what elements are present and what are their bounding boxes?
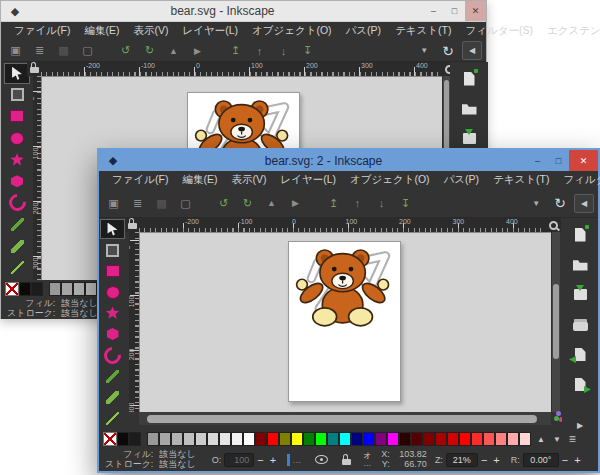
save-document[interactable] [456, 128, 482, 149]
snap-rotate-icon[interactable]: ↻ [436, 43, 460, 59]
opacity-decrease-button[interactable]: − [254, 454, 266, 466]
palette-swatch[interactable] [471, 432, 483, 446]
style-indicator[interactable] [287, 454, 290, 466]
box-3d[interactable] [5, 172, 29, 191]
palette-swatch[interactable] [255, 432, 267, 446]
node-editor[interactable] [101, 241, 124, 259]
zoom-out-button[interactable]: − [478, 454, 490, 466]
no-color-swatch[interactable] [5, 282, 19, 296]
palette-swatch[interactable] [411, 432, 423, 446]
horizontal-ruler[interactable]: -200-1000100200300400 [139, 218, 549, 232]
flip-horizontal[interactable] [165, 42, 182, 59]
menu-item[interactable]: 表示(V) [126, 24, 175, 38]
rectangle[interactable] [5, 107, 29, 126]
palette-swatch[interactable] [219, 432, 231, 446]
palette-swatch[interactable] [243, 432, 255, 446]
palette-swatch[interactable] [267, 432, 279, 446]
scroll-thumb[interactable] [444, 80, 449, 150]
lower[interactable] [373, 195, 390, 212]
lock-icon[interactable] [30, 66, 39, 73]
rotate-cw[interactable] [239, 195, 256, 212]
lock-icon[interactable] [128, 222, 137, 229]
maximize-button[interactable]: □ [444, 1, 465, 21]
pencil[interactable] [5, 215, 29, 234]
no-color-swatch[interactable] [103, 432, 117, 446]
edit-image[interactable] [105, 195, 122, 212]
menu-item[interactable]: パス(P) [339, 24, 389, 38]
flip-horizontal[interactable] [263, 195, 280, 212]
maximize-button[interactable]: □ [548, 150, 569, 171]
palette-swatch[interactable] [183, 432, 195, 446]
palette-swatch[interactable] [147, 432, 159, 446]
clone[interactable] [153, 195, 170, 212]
palette-swatch[interactable] [447, 432, 459, 446]
minimize-button[interactable]: – [527, 150, 548, 171]
menu-item[interactable]: パス(P) [437, 173, 487, 187]
palette-swatch[interactable] [195, 432, 207, 446]
lower-to-bottom[interactable] [397, 195, 414, 212]
rotate-cw[interactable] [141, 42, 158, 59]
palette-swatch[interactable] [375, 432, 387, 446]
palette-swatch[interactable] [399, 432, 411, 446]
layer-lock-icon[interactable] [342, 458, 351, 465]
rectangle[interactable] [101, 262, 124, 280]
palette-swatch[interactable] [73, 282, 85, 296]
palette-swatch[interactable] [327, 432, 339, 446]
new-document[interactable] [567, 224, 593, 245]
commands-expand-icon[interactable]: ▶ [577, 421, 583, 430]
new-document[interactable] [456, 68, 482, 89]
layer-selector[interactable]: オ… [363, 452, 371, 468]
scroll-thumb[interactable] [553, 284, 559, 359]
color-management-icon[interactable] [554, 416, 559, 421]
menu-item[interactable]: テキスト(T) [486, 173, 556, 187]
selector[interactable] [5, 64, 29, 83]
horizontal-scrollbar[interactable] [139, 412, 551, 425]
ellipse[interactable] [101, 283, 124, 301]
zoom-field[interactable]: 21% [446, 453, 478, 467]
spiral[interactable] [5, 194, 29, 213]
close-button[interactable]: ✕ [465, 1, 486, 21]
pen[interactable] [101, 409, 124, 427]
palette-swatch[interactable] [159, 432, 171, 446]
palette-swatch[interactable] [207, 432, 219, 446]
minimize-button[interactable]: – [423, 1, 444, 21]
palette-swatch[interactable] [459, 432, 471, 446]
menu-item[interactable]: レイヤー(L) [273, 173, 343, 187]
open-document[interactable] [567, 254, 593, 275]
edit-image[interactable] [7, 42, 24, 59]
save-document[interactable] [567, 284, 593, 305]
palette-scroll-up-icon[interactable]: ▲ [533, 435, 549, 444]
stroke-value[interactable]: 該当なし [61, 309, 97, 318]
bear-drawing[interactable] [285, 244, 405, 330]
palette-swatch[interactable] [387, 432, 399, 446]
palette-scroll-down-icon[interactable]: ▼ [549, 435, 565, 444]
fill-value[interactable]: 該当なし [159, 450, 195, 459]
horizontal-ruler[interactable]: -200-1000100200300400 [41, 62, 441, 76]
box-3d[interactable] [101, 325, 124, 343]
palette-swatch[interactable] [507, 432, 519, 446]
layer-visibility-icon[interactable] [315, 455, 328, 464]
palette-swatch[interactable] [85, 282, 97, 296]
rotation-field[interactable]: 0.00° [523, 453, 559, 467]
menu-item[interactable]: 表示(V) [224, 173, 273, 187]
print-document[interactable] [567, 314, 593, 335]
selection-frame[interactable] [79, 42, 96, 59]
zoom-drawing-icon[interactable] [549, 221, 558, 230]
palette-swatch[interactable] [315, 432, 327, 446]
stroke-value[interactable]: 該当なし [159, 460, 195, 469]
back-titlebar[interactable]: ◆ bear.svg - Inkscape – □ ✕ [1, 1, 486, 22]
ellipse[interactable] [5, 129, 29, 148]
flip-vertical[interactable] [287, 195, 304, 212]
front-page[interactable] [288, 241, 401, 402]
menu-item[interactable]: 編集(E) [175, 173, 224, 187]
star[interactable] [5, 150, 29, 169]
opacity-field[interactable]: 100 [224, 453, 254, 467]
palette-swatch[interactable] [231, 432, 243, 446]
rotation-increase-button[interactable]: + [571, 454, 583, 466]
rotate-ccw[interactable] [215, 195, 232, 212]
front-titlebar[interactable]: ◆ bear.svg: 2 - Inkscape – □ ✕ [99, 150, 598, 171]
menu-item[interactable]: ファイル(F) [105, 173, 175, 187]
palette-menu-icon[interactable]: ≡ [565, 432, 580, 446]
palette-swatch[interactable] [483, 432, 495, 446]
spiral[interactable] [101, 346, 124, 364]
